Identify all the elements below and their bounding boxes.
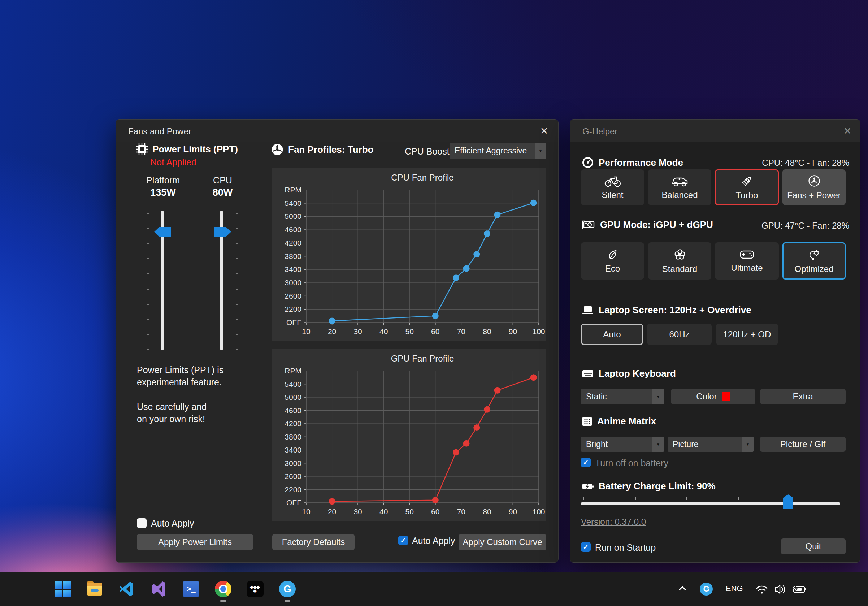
anime-battery-checkbox[interactable]: ✓	[581, 457, 591, 467]
chrome-button[interactable]	[215, 581, 231, 597]
anime-content-dropdown[interactable]: Picture ▼	[668, 437, 753, 452]
svg-text:2200: 2200	[285, 305, 301, 313]
cpu-temp-status: CPU: 48°C - Fan: 28%	[762, 158, 849, 168]
gpu-card-icon	[582, 220, 595, 230]
tidal-button[interactable]: ◆◆◆◆	[247, 581, 264, 597]
ghelper-taskbar-button[interactable]: G	[279, 581, 296, 597]
run-on-startup-checkbox[interactable]: ✓	[581, 542, 591, 552]
svg-text:3000: 3000	[285, 459, 301, 467]
gpu-button-optimized[interactable]: Optimized	[783, 242, 846, 279]
fans-and-power-window: Fans and Power ✕ Power Limits (PPT) Not …	[116, 119, 559, 563]
mode-button-turbo[interactable]: Turbo	[715, 169, 779, 205]
svg-text:5000: 5000	[285, 393, 301, 401]
wifi-button[interactable]	[755, 582, 771, 599]
file-explorer-button[interactable]	[86, 581, 103, 597]
svg-text:10: 10	[302, 507, 310, 516]
screen-button-60hz[interactable]: 60Hz	[647, 324, 711, 345]
speedometer-icon	[582, 157, 594, 169]
start-button[interactable]	[54, 581, 71, 597]
svg-text:3800: 3800	[285, 432, 301, 441]
mode-button-balanced[interactable]: Balanced	[648, 169, 711, 205]
svg-text:4600: 4600	[285, 406, 301, 415]
ghelper-titlebar[interactable]: G-Helper ✕	[570, 119, 860, 142]
keyboard-extra-button[interactable]: Extra	[760, 389, 846, 404]
battery-slider-thumb[interactable]	[783, 494, 793, 509]
cpu-fan-chart[interactable]: CPU Fan ProfileRPM5400500046004200380034…	[271, 168, 546, 341]
chrome-running-indicator	[220, 600, 226, 602]
performance-mode-title: Performance Mode	[599, 157, 683, 168]
laptop-screen-title: Laptop Screen: 120Hz + Overdrive	[599, 304, 752, 316]
svg-text:4200: 4200	[285, 239, 301, 247]
chevron-down-icon[interactable]: ▼	[742, 437, 753, 452]
svg-text:GPU Fan Profile: GPU Fan Profile	[391, 353, 454, 363]
keyboard-color-button[interactable]: Color	[671, 389, 755, 404]
power-auto-apply-label: Auto Apply	[151, 518, 194, 529]
apply-power-limits-button[interactable]: Apply Power Limits	[137, 534, 253, 550]
cpu-slider-thumb[interactable]	[214, 227, 231, 237]
svg-text:50: 50	[406, 507, 414, 516]
gpu-button-ultimate[interactable]: Ultimate	[715, 242, 779, 279]
battery-slider-track[interactable]	[581, 502, 840, 505]
battery-bolt-icon	[582, 482, 594, 491]
chevron-down-icon[interactable]: ▼	[653, 437, 664, 452]
cpu-boost-dropdown[interactable]: Efficient Aggressive ▼	[450, 143, 546, 159]
svg-text:5400: 5400	[285, 380, 301, 388]
bicycle-icon	[604, 175, 621, 187]
close-icon[interactable]: ✕	[536, 125, 552, 138]
language-indicator[interactable]: ENG	[726, 584, 743, 594]
anime-picture-gif-button[interactable]: Picture / Gif	[760, 437, 846, 452]
gpu-button-eco[interactable]: Eco	[581, 242, 644, 279]
cpu-slider-ticks	[237, 213, 238, 350]
fans-titlebar[interactable]: Fans and Power ✕	[116, 119, 558, 142]
mode-button-silent[interactable]: Silent	[581, 169, 644, 205]
laptop-keyboard-title: Laptop Keyboard	[599, 368, 676, 379]
battery-tray-button[interactable]	[792, 582, 808, 599]
mode-button-fans-power[interactable]: Fans + Power	[783, 169, 846, 205]
run-on-startup-label: Run on Startup	[595, 542, 656, 553]
chevron-down-icon[interactable]: ▼	[653, 389, 664, 404]
gpu-mode-title: GPU Mode: iGPU + dGPU	[600, 219, 713, 230]
svg-text:2200: 2200	[285, 485, 301, 494]
vscode-button[interactable]	[118, 581, 135, 597]
keyboard-mode-dropdown[interactable]: Static ▼	[581, 389, 664, 404]
svg-text:30: 30	[353, 327, 362, 335]
tray-ghelper-button[interactable]: G	[700, 583, 716, 599]
ghelper-running-indicator	[285, 600, 290, 602]
terminal-button[interactable]: >_	[183, 581, 199, 597]
fan-icon	[271, 143, 284, 156]
gpu-fan-chart[interactable]: GPU Fan ProfileRPM5400500046004200380034…	[271, 349, 546, 521]
svg-text:2600: 2600	[285, 472, 301, 480]
factory-defaults-button[interactable]: Factory Defaults	[272, 534, 355, 550]
screen-button-120hz-od[interactable]: 120Hz + OD	[716, 324, 778, 345]
visual-studio-button[interactable]	[150, 581, 167, 597]
svg-text:40: 40	[380, 327, 388, 335]
curve-auto-apply-checkbox[interactable]: ✓	[398, 536, 408, 546]
apply-custom-curve-button[interactable]: Apply Custom Curve	[459, 534, 546, 550]
platform-value: 135W	[133, 187, 193, 198]
speaker-icon	[773, 582, 787, 597]
close-icon[interactable]: ✕	[840, 125, 855, 138]
volume-button[interactable]	[773, 582, 789, 599]
svg-text:10: 10	[302, 327, 310, 335]
svg-text:2600: 2600	[285, 292, 301, 300]
screen-button-auto[interactable]: Auto	[581, 324, 643, 345]
gpu-button-standard[interactable]: Standard	[648, 242, 711, 279]
power-auto-apply-checkbox[interactable]	[137, 518, 147, 528]
ghelper-tray-icon: G	[700, 583, 713, 595]
svg-text:60: 60	[431, 327, 439, 335]
cpu-chip-icon	[136, 143, 148, 155]
chevron-down-icon[interactable]: ▼	[535, 143, 546, 159]
platform-label: Platform	[133, 175, 193, 186]
cpu-boost-label: CPU Boost	[405, 146, 450, 157]
fan-profiles-header: Fan Profiles: Turbo	[271, 143, 374, 156]
leaf-icon	[607, 248, 619, 261]
version-link[interactable]: Version: 0.37.0.0	[581, 517, 646, 527]
laptop-keyboard-header: Laptop Keyboard	[582, 368, 676, 379]
gpu-mode-header: GPU Mode: iGPU + dGPU	[582, 219, 713, 230]
anime-brightness-dropdown[interactable]: Bright ▼	[581, 437, 664, 452]
quit-button[interactable]: Quit	[781, 538, 846, 554]
platform-slider-thumb[interactable]	[154, 227, 171, 237]
keyboard-icon	[582, 369, 594, 378]
svg-text:40: 40	[380, 507, 388, 516]
tray-chevron-button[interactable]	[676, 583, 693, 600]
